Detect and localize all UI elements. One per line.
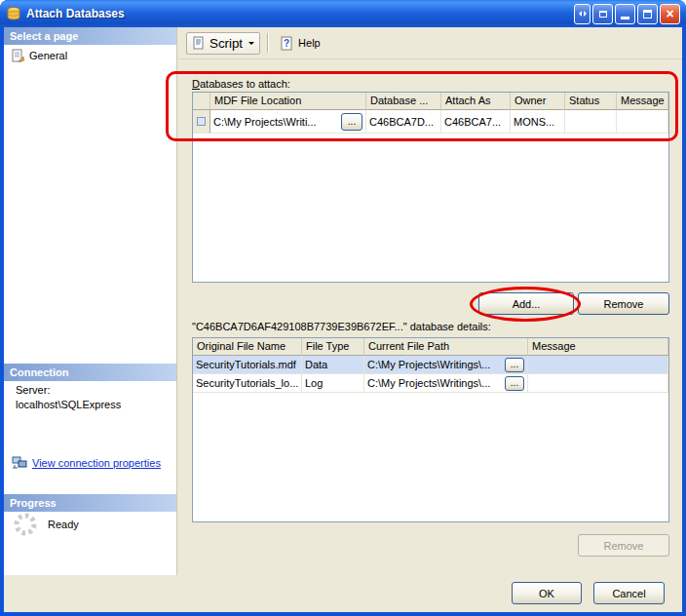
maximize-icon [643,10,652,19]
toolbar-separator [267,33,268,53]
current-file-path-cell: C:\My Projects\Writings\... ... [364,356,528,374]
svg-text:?: ? [284,38,289,49]
column-header-original-file-name[interactable]: Original File Name [193,338,302,356]
attach-as-cell: C46BCA7... [441,110,511,134]
progress-status-text: Ready [48,519,79,530]
file-type-cell: Data [302,356,364,374]
window-pane-icon [599,11,607,18]
titlebar-extra-button-2[interactable] [592,4,613,24]
column-header-attach-as[interactable]: Attach As [441,93,511,110]
sidebar: Select a page General Connection Server:… [4,27,177,575]
browse-mdf-button[interactable]: ... [341,113,362,131]
databases-to-attach-table[interactable]: MDF File Location Database ... Attach As… [192,92,669,283]
window-title: Attach Databases [26,7,569,20]
details-table-row[interactable]: SecurityTutorials_lo... Log C:\My Projec… [193,374,668,393]
script-button-label: Script [210,36,243,51]
ok-button[interactable]: OK [512,582,582,604]
cancel-button[interactable]: Cancel [593,582,665,604]
sidebar-item-label: General [29,50,67,61]
view-connection-properties-link[interactable]: View connection properties [12,456,161,470]
titlebar[interactable]: Attach Databases [0,0,686,27]
select-a-page-header: Select a page [4,27,176,45]
chevron-down-icon [248,42,254,48]
row-selector-column-header[interactable] [193,93,210,110]
sidebar-item-general[interactable]: General [11,49,67,62]
spinner-icon [12,511,39,538]
mdf-location-text: C:\My Projects\Writi... [213,116,317,128]
help-button-label: Help [298,37,321,49]
close-button[interactable] [660,4,680,24]
titlebar-extra-button-1[interactable] [574,4,591,24]
connection-header: Connection [4,364,176,381]
column-header-message[interactable]: Message [617,93,668,110]
database-details-label: "C46BCA7D6AF429108B7739E39B672EF..." dat… [192,321,491,332]
row-selector-cell [193,110,210,134]
link-label: View connection properties [32,457,161,469]
connection-icon [12,456,27,470]
details-message-cell [528,374,668,393]
browse-path-button[interactable]: ... [505,358,524,372]
column-header-mdf[interactable]: MDF File Location [210,93,366,110]
column-header-current-file-path[interactable]: Current File Path [364,338,528,356]
server-label: Server: [16,384,50,396]
browse-path-button[interactable]: ... [505,376,524,391]
message-cell [617,110,668,134]
details-remove-button[interactable]: Remove [578,534,669,557]
left-right-arrows-icon [576,11,590,17]
script-icon [192,36,206,50]
column-header-details-message[interactable]: Message [528,338,668,356]
current-file-path-cell: C:\My Projects\Writings\... ... [364,374,528,393]
details-message-cell [528,356,668,374]
column-header-database[interactable]: Database ... [366,93,441,110]
database-icon [6,6,21,21]
column-header-file-type[interactable]: File Type [302,338,364,356]
footer: OK Cancel [4,575,682,612]
dialog-client-area: Select a page General Connection Server:… [4,27,682,612]
maximize-button[interactable] [637,4,658,24]
attach-table-header-row: MDF File Location Database ... Attach As… [193,93,668,110]
toolbar: Script ? Help [178,27,682,59]
owner-cell: MONS... [511,110,565,134]
file-path-text: C:\My Projects\Writings\... [367,359,490,370]
progress-header: Progress [4,494,176,512]
details-table-row[interactable]: SecurityTutorials.mdf Data C:\My Project… [193,356,668,374]
server-value: localhost\SQLExpress [16,399,121,410]
original-file-name-cell: SecurityTutorials.mdf [193,356,302,374]
mdf-location-cell: C:\My Projects\Writi... ... [210,110,366,134]
file-path-text: C:\My Projects\Writings\... [367,377,490,389]
mnemonic-letter: D [192,78,200,90]
column-header-owner[interactable]: Owner [511,93,565,110]
databases-to-attach-label: Databases to attach: [192,78,290,90]
remove-button[interactable]: Remove [578,292,669,315]
database-details-table[interactable]: Original File Name File Type Current Fil… [192,337,669,522]
minimize-icon [621,17,629,19]
attach-table-row[interactable]: C:\My Projects\Writi... ... C46BCA7D... … [193,110,668,134]
help-button[interactable]: ? Help [275,33,325,54]
original-file-name-cell: SecurityTutorials_lo... [193,374,302,393]
general-page-icon [11,49,24,62]
label-rest: atabases to attach: [200,78,290,90]
status-cell [565,110,617,134]
close-icon [666,7,673,21]
progress-status: Ready [12,511,79,538]
file-type-cell: Log [302,374,364,393]
row-selector-icon [197,117,206,126]
database-name-cell: C46BCA7D... [366,110,441,134]
help-icon: ? [280,36,294,51]
minimize-button[interactable] [615,4,635,24]
main-panel: Script ? Help Databases to attach: [178,27,682,575]
add-button[interactable]: Add... [478,292,574,315]
script-button[interactable]: Script [186,32,260,55]
column-header-status[interactable]: Status [565,93,617,110]
details-table-header-row: Original File Name File Type Current Fil… [193,338,668,356]
attach-databases-dialog: Attach Databases Select a page [0,0,686,616]
